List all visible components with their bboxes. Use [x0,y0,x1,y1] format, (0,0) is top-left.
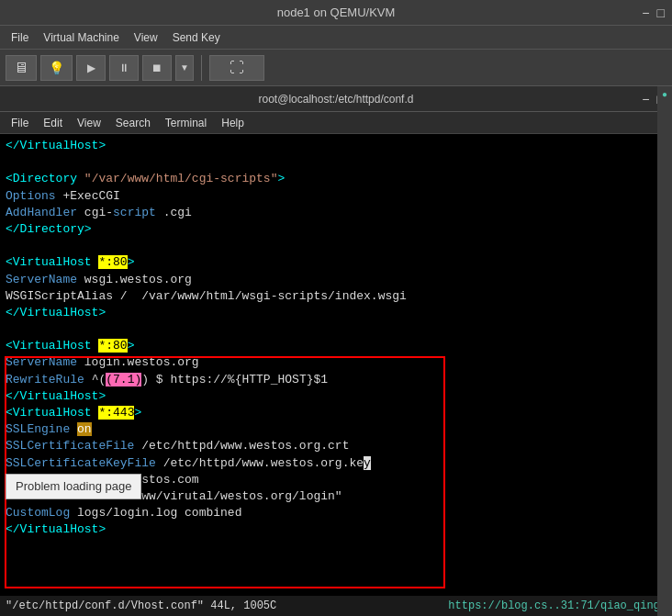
line-15: RewriteRule ^((7.1)) $ https://%{HTTP_HO… [6,372,666,388]
line-16: </VirtualHost> [6,388,666,405]
outer-window: node1 on QEMU/KVM − □ File Virtual Machi… [0,0,672,86]
line-4: Options +ExecCGI [6,188,666,205]
fullscreen-icon: ⛶ [230,60,244,76]
inner-menu-search[interactable]: Search [108,115,158,131]
play-icon: ▶ [87,62,95,74]
line-19: SSLCertificateFile /etc/httpd/www.westos… [6,438,666,454]
dropdown-arrow[interactable]: ▼ [175,55,194,81]
line-11: </VirtualHost> [6,305,666,321]
line-3: <Directory "/var/www/html/cgi-scripts"> [6,171,666,187]
fullscreen-btn[interactable]: ⛶ [209,55,264,81]
pause-icon: ⏸ [118,62,129,74]
stop-icon: ⏹ [151,62,162,74]
line-10: WSGIScriptAlias / /var/www/html/wsgi-scr… [6,288,666,305]
inner-menu-edit[interactable]: Edit [36,115,70,131]
outer-title-bar: node1 on QEMU/KVM − □ [0,0,672,26]
line-9: ServerName wsgi.westos.org [6,272,666,288]
line-12 [6,321,666,338]
line-23: CustomLog logs/login.log combined [6,505,666,521]
inner-menu-file[interactable]: File [4,115,36,131]
right-indicator: ● [657,86,672,616]
indicator-dot: ● [662,90,667,100]
line-8: <VirtualHost *:80> [6,254,666,271]
inner-menu-terminal[interactable]: Terminal [158,115,214,131]
line-14: ServerName login.westos.org [6,354,666,371]
status-left: "/etc/httpd/conf.d/Vhost.conf" 44L, 1005… [6,599,276,612]
outer-title-text: node1 on QEMU/KVM [277,6,396,19]
line-24: </VirtualHost> [6,521,666,538]
line-7 [6,238,666,254]
inner-title-bar: root@localhost:/etc/httpd/conf.d − □ [0,86,672,112]
monitor-btn[interactable]: 🖥 [6,55,37,81]
status-bar: "/etc/httpd/conf.d/Vhost.conf" 44L, 1005… [0,596,672,616]
pause-btn[interactable]: ⏸ [109,55,139,81]
line-6: </Directory> [6,221,666,238]
bulb-btn[interactable]: 💡 [40,55,73,81]
stop-btn[interactable]: ⏹ [142,55,172,81]
inner-menu-view[interactable]: View [70,115,108,131]
menu-file[interactable]: File [4,29,36,46]
outer-title-controls: − □ [642,6,665,20]
line-5: AddHandler cgi-script .cgi [6,205,666,221]
status-right: https://blog.cs..31:71/qiao_qing8 [448,599,666,612]
menu-send-key[interactable]: Send Key [165,29,228,46]
menu-virtual-machine[interactable]: Virtual Machine [36,29,127,46]
play-btn[interactable]: ▶ [76,55,106,81]
inner-title-text: root@localhost:/etc/httpd/conf.d [259,93,414,106]
line-17: <VirtualHost *:443> [6,405,666,421]
bulb-icon: 💡 [49,61,64,75]
inner-menu-bar: File Edit View Search Terminal Help [0,112,672,134]
outer-menu-bar: File Virtual Machine View Send Key [0,26,672,50]
line-2 [6,154,666,171]
inner-window: root@localhost:/etc/httpd/conf.d − □ Fil… [0,86,672,616]
tooltip-problem-loading: Problem loading page [6,474,141,499]
inner-minimize-btn[interactable]: − [642,92,649,106]
line-13: <VirtualHost *:80> [6,338,666,354]
line-18: SSLEngine on [6,421,666,438]
outer-maximize-btn[interactable]: □ [657,6,665,20]
line-1: </VirtualHost> [6,138,666,154]
monitor-icon: 🖥 [14,60,28,76]
tooltip-text: Problem loading page [16,479,131,493]
outer-minimize-btn[interactable]: − [642,6,649,20]
toolbar: 🖥 💡 ▶ ⏸ ⏹ ▼ ⛶ [0,50,672,86]
terminal-content[interactable]: </VirtualHost> <Directory "/var/www/html… [0,134,672,616]
inner-menu-help[interactable]: Help [214,115,252,131]
menu-view[interactable]: View [127,29,165,46]
line-20: SSLCertificateKeyFile /etc/httpd/www.wes… [6,455,666,472]
toolbar-separator [201,55,202,81]
